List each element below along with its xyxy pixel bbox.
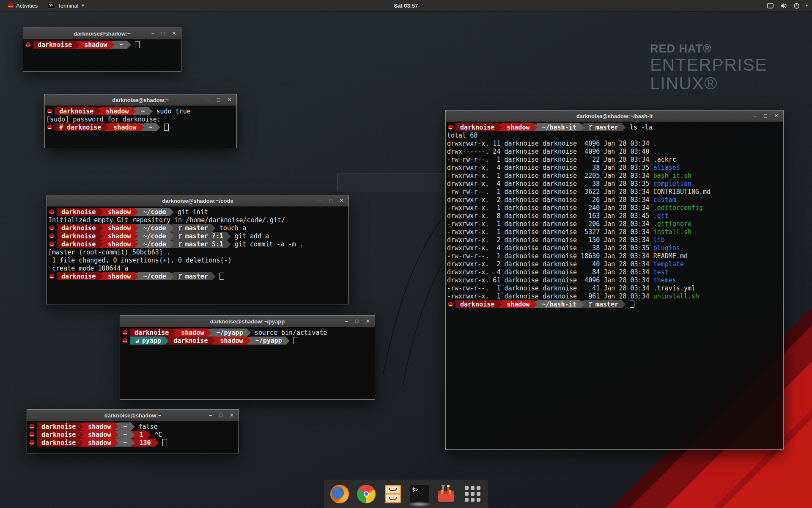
minimize-button[interactable]: –: [345, 319, 348, 324]
close-button[interactable]: ✕: [172, 31, 176, 36]
dock-item-toolbox[interactable]: [436, 484, 456, 504]
terminal-line: darknoiseshadow~/codemaster ?:1git add a: [48, 232, 348, 240]
terminal-cursor: [294, 337, 298, 344]
toolbox-icon: [436, 485, 456, 503]
output-text: 1 file changed, 0 insertions(+), 0 delet…: [48, 257, 231, 264]
output-text: [master (root-commit) 50bcb63] .: [48, 248, 170, 256]
prompt-segment-user: # darknoise: [55, 123, 105, 131]
command-text: git init: [178, 208, 208, 216]
window-titlebar[interactable]: darknoise@shadow:~/pyapp – □ ✕: [120, 316, 375, 327]
dock-item-chrome[interactable]: [357, 484, 376, 504]
prompt-segment-path: ~/bash-it: [537, 123, 580, 131]
redhat-prompt-icon: [49, 225, 55, 231]
dock-item-files[interactable]: [383, 484, 403, 504]
powerline-separator: [155, 439, 159, 447]
powerline-separator: [170, 208, 174, 216]
terminal-line: -rw-rw-r--. 1 darknoise darknoise 3622 J…: [447, 188, 783, 196]
dock-item-terminal[interactable]: $>: [410, 484, 429, 504]
maximize-button[interactable]: □: [162, 31, 165, 36]
screen-icon: [767, 3, 774, 9]
system-tray[interactable]: ▾: [767, 0, 808, 11]
terminal-body[interactable]: darknoiseshadow~: [23, 39, 181, 72]
close-button[interactable]: ✕: [774, 113, 779, 119]
app-menu-terminal[interactable]: $> Terminal ▼: [44, 0, 89, 11]
terminal-line: drwxrwxr-x. 4 darknoise darknoise 38 Jan…: [447, 163, 783, 171]
window-titlebar[interactable]: darknoise@shadow:~ – □ ✕: [27, 410, 239, 421]
power-icon: [793, 3, 800, 9]
output-text: [sudo] password for darknoise:: [46, 116, 161, 123]
prompt-segment-host: shadow: [83, 422, 115, 431]
terminal-window-home-small: darknoise@shadow:~ – □ ✕ darknoiseshadow…: [23, 28, 181, 72]
powerline-separator: [105, 124, 109, 131]
powerline-separator: [134, 232, 138, 240]
powerline-separator: [132, 108, 136, 115]
powerline-separator: [533, 301, 537, 308]
git-branch-icon: [589, 301, 593, 307]
prompt-segment-host: shadow: [103, 232, 134, 240]
ls-row-meta: drwxrwxr-x. 2 darknoise darknoise 40 Jan…: [447, 260, 653, 268]
prompt-segment-path: ~/code: [138, 232, 170, 240]
powerline-separator: [76, 41, 80, 49]
terminal-window-exit-codes: darknoise@shadow:~ – □ ✕ darknoiseshadow…: [27, 409, 239, 453]
minimize-button[interactable]: –: [209, 413, 212, 418]
close-button[interactable]: ✕: [340, 198, 344, 204]
window-titlebar[interactable]: darknoise@shadow:~ – □ ✕: [45, 94, 236, 106]
maximize-button[interactable]: □: [355, 319, 359, 324]
dock-item-firefox[interactable]: [330, 484, 349, 504]
clock[interactable]: Sat 03:57: [394, 3, 418, 9]
terminal-line: darknoiseshadow~/codemaster S:1git commi…: [48, 240, 348, 248]
ls-row-filename: template: [653, 260, 684, 268]
terminal-line: -rw-rw-r--. 1 darknoise darknoise 18630 …: [447, 252, 783, 260]
terminal-body[interactable]: darknoiseshadow~sudo true[sudo] password…: [45, 106, 236, 149]
output-text: Initialized empty Git repository in /hom…: [48, 216, 285, 224]
prompt-segment-user: darknoise: [37, 431, 80, 439]
powerline-separator: [140, 124, 144, 131]
activities-label: Activities: [16, 3, 38, 9]
prompt-segment-git: master: [584, 123, 622, 131]
terminal-body[interactable]: darknoiseshadow~falsedarknoiseshadow~1^C…: [27, 421, 239, 454]
terminal-line: darknoiseshadow~/pyappsource bin/activat…: [121, 329, 375, 337]
powerline-separator: [99, 273, 103, 280]
powerline-separator: [134, 224, 138, 232]
dock: $>: [324, 480, 488, 508]
ls-row-meta: -rw-rw-r--. 1 darknoise darknoise 22 Jan…: [447, 156, 653, 163]
prompt-segment-user: darknoise: [55, 107, 97, 115]
window-titlebar[interactable]: darknoise@shadow:~/code – □ ✕: [47, 195, 348, 207]
powerline-separator: [99, 224, 103, 232]
minimize-button[interactable]: –: [207, 97, 210, 103]
redhat-prompt-icon: [49, 233, 55, 239]
minimize-button[interactable]: –: [754, 113, 757, 119]
terminal-line: darknoiseshadow~/bash-itmasterls -la: [447, 123, 783, 131]
output-text: create mode 100644 a: [48, 265, 129, 272]
terminal-body[interactable]: darknoiseshadow~/codegit initInitialized…: [47, 207, 348, 305]
activities-button[interactable]: Activities: [3, 0, 42, 11]
powerline-separator: [170, 232, 174, 240]
maximize-button[interactable]: □: [219, 413, 222, 418]
prompt-segment-host: shadow: [502, 300, 533, 308]
redhat-prompt-icon: [49, 209, 55, 215]
command-text: git commit -a -m .: [235, 240, 304, 248]
ls-row-filename: .git: [653, 212, 669, 220]
maximize-button[interactable]: □: [329, 198, 332, 204]
maximize-button[interactable]: □: [764, 113, 767, 119]
powerline-separator: [498, 124, 502, 131]
redhat-prompt-icon: [29, 424, 35, 429]
prompt-segment-git: master: [174, 272, 212, 280]
close-button[interactable]: ✕: [366, 319, 370, 324]
dock-item-app-grid[interactable]: [463, 484, 483, 504]
desktop: RED HAT® ENTERPRISE LINUX® Activities $>…: [0, 0, 812, 508]
close-button[interactable]: ✕: [230, 413, 234, 418]
ls-row-meta: drwxrwxr-x. 11 darknoise darknoise 4096 …: [447, 140, 653, 147]
maximize-button[interactable]: □: [217, 97, 220, 103]
terminal-body[interactable]: darknoiseshadow~/pyappsource bin/activat…: [120, 327, 375, 400]
terminal-body[interactable]: darknoiseshadow~/bash-itmasterls -latota…: [446, 122, 783, 450]
window-title: darknoise@shadow:~: [104, 412, 161, 419]
prompt-segment-user: darknoise: [33, 41, 76, 49]
minimize-button[interactable]: –: [319, 198, 322, 204]
close-button[interactable]: ✕: [228, 97, 232, 103]
window-titlebar[interactable]: darknoise@shadow:~/bash-it – □ ✕: [446, 110, 783, 122]
minimize-button[interactable]: –: [151, 31, 154, 36]
powerline-separator: [149, 108, 153, 115]
prompt-segment-user: darknoise: [37, 439, 80, 447]
window-titlebar[interactable]: darknoise@shadow:~ – □ ✕: [23, 28, 181, 39]
